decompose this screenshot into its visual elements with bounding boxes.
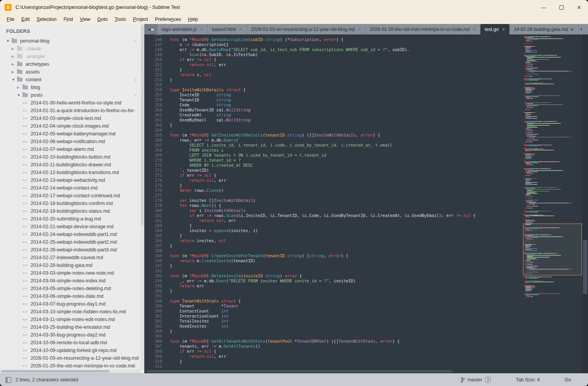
sidebar-hscroll-thumb[interactable] (1, 370, 109, 372)
sidebar-vertical-scrollbar[interactable] (140, 24, 144, 369)
code-line-307[interactable]: tenants, err := m.GetAllTenants() (170, 344, 475, 349)
tree-file-2014-02-03-simple-clock-text.md[interactable]: <>2014-02-03-simple-clock-text.md (0, 114, 144, 122)
tree-file-2014-03-10-simple-note-hidden-notes-fix.md[interactable]: <>2014-03-10-simple-note-hidden-notes-fi… (0, 308, 144, 316)
code-line-277[interactable] (170, 193, 475, 198)
code-line-295[interactable]: return err (170, 284, 475, 289)
code-line-246[interactable]: func (m *MainDB) GetSubscription(subID s… (170, 37, 475, 42)
code-line-301[interactable]: InteractionCount int (170, 314, 475, 319)
code-line-258[interactable]: TenantID string (170, 97, 475, 102)
chevron-right-icon[interactable]: ▶ (17, 85, 22, 89)
tree-folder-posts[interactable]: ▼posts○ (0, 91, 144, 99)
tree-file-2014-10-09-updating-forked-git-repo.md[interactable]: <>2014-10-09-updating-forked-git-repo.md (0, 347, 144, 354)
code-line-256[interactable]: type InviteWithDetails struct { (170, 87, 475, 92)
tree-folder-archetypes[interactable]: ▶archetypes (0, 60, 144, 68)
tree-file-2014-02-28-building-gaia.md[interactable]: <>2014-02-28-building-gaia.md (0, 261, 144, 269)
tree-file-2014-02-19-buildingblocks-status.md[interactable]: <>2014-02-19-buildingblocks-status.md (0, 207, 144, 215)
chevron-right-icon[interactable]: ▶ (12, 70, 17, 74)
menu-item-goto[interactable]: Goto (94, 16, 111, 23)
tree-file-2014-02-10-buildingblocks-button.md[interactable]: <>2014-02-10-buildingblocks-button.md (0, 153, 144, 161)
code-line-271[interactable]: ORDER BY i.created_at DESC (170, 163, 475, 168)
new-tab-button[interactable]: + (570, 26, 573, 32)
code-line-305[interactable] (170, 334, 475, 339)
menu-item-view[interactable]: View (76, 16, 94, 23)
code-line-304[interactable]: } (170, 329, 475, 334)
tree-file-2026-01-20-the-old-man-minimpa-in-vs-code.md[interactable]: <>2026-01-20-the-old-man-minimpa-in-vs-c… (0, 362, 144, 370)
tree-file-2014-02-17-webapi-contact-continued.md[interactable]: <>2014-02-17-webapi-contact-continued.md (0, 192, 144, 200)
code-line-306[interactable]: func (m *MainDB) GetAllTenantsWithStats(… (170, 339, 475, 344)
tree-file-2014-02-24-webapi-indexeddb-part1.md[interactable]: <>2014-02-24-webapi-indexeddb-part1.md (0, 231, 144, 238)
tree-file-2014-03-25-building-the-emulator.md[interactable]: <>2014-03-25-building-the-emulator.md (0, 323, 144, 331)
code-line-290[interactable]: return m.CreateInvite(tenantID) (170, 258, 475, 263)
code-line-294[interactable]: _, err := m.db.Exec("DELETE FROM invites… (170, 278, 475, 284)
menu-item-find[interactable]: Find (60, 16, 76, 23)
code-line-280[interactable]: var i InviteWithDetails (170, 208, 475, 213)
tree-folder-.claude[interactable]: ▶.claude (0, 45, 144, 53)
tab-size-status[interactable]: Tab Size: 4 (516, 377, 540, 383)
close-button[interactable]: ✕ (570, 0, 588, 15)
chevron-right-icon[interactable]: ▶ (12, 55, 17, 58)
tree-file-2014-02-26-webapi-indexeddb-part3.md[interactable]: <>2014-02-26-webapi-indexeddb-part3.md (0, 246, 144, 254)
code-line-303[interactable]: UsedInvites int (170, 324, 475, 329)
tab-baseof.html[interactable]: baseof.html× (208, 24, 247, 34)
code-line-245[interactable] (170, 34, 475, 37)
code-line-274[interactable]: return nil, err (170, 178, 475, 183)
code-line-289[interactable]: func (m *MainDB) CreateInviteForTenant(t… (170, 253, 475, 258)
code-line-270[interactable]: WHERE i.tenant_id = ? (170, 158, 475, 163)
chevron-right-icon[interactable]: ▶ (12, 62, 17, 66)
tree-file-2014-02-20-submitting-a-bug.md[interactable]: <>2014-02-20-submitting-a-bug.md (0, 215, 144, 223)
code-line-308[interactable]: if err != nil { (170, 349, 475, 354)
tree-file-2014-02-13-webapi-webactivity.md[interactable]: <>2014-02-13-webapi-webactivity.md (0, 176, 144, 184)
code-line-257[interactable]: InviteID string (170, 92, 475, 97)
code-line-263[interactable]: } (170, 123, 475, 128)
tree-file-2026-01-03-on-resurrecting-a-12-year-old-blog.md[interactable]: <>2026-01-03-on-resurrecting-a-12-year-o… (0, 354, 144, 362)
code-line-298[interactable]: type TenantWithStats struct { (170, 299, 475, 304)
tree-file-2014-02-05-webapi-batterymanager.md[interactable]: <>2014-02-05-webapi-batterymanager.md (0, 130, 144, 138)
code-line-291[interactable]: } (170, 263, 475, 268)
code-line-309[interactable]: return nil, err (170, 354, 475, 359)
tree-folder-assets[interactable]: ▶assets (0, 68, 144, 76)
code-line-276[interactable]: defer rows.Close() (170, 188, 475, 193)
tab-test.go[interactable]: test.go× (480, 24, 509, 34)
code-line-299[interactable]: Tenant *Tenant (170, 304, 475, 309)
menu-item-project[interactable]: Project (130, 16, 152, 23)
tree-file-2014-02-14-webapi-contact.md[interactable]: <>2014-02-14-webapi-contact.md (0, 184, 144, 192)
maximize-button[interactable] (552, 0, 570, 15)
code-line-288[interactable] (170, 248, 475, 253)
tab-overflow-button[interactable]: ▼ (579, 27, 583, 31)
code-line-296[interactable]: } (170, 289, 475, 294)
tree-file-2014-02-18-buildingblocks-confirm.md[interactable]: <>2014-02-18-buildingblocks-confirm.md (0, 200, 144, 207)
tree-file-2014-01-30-hello-world-firefox-os-style.md[interactable]: <>2014-01-30-hello-world-firefox-os-styl… (0, 99, 144, 107)
tree-file-2014-02-12-buildingblocks-transitions.md[interactable]: <>2014-02-12-buildingblocks-transitions.… (0, 169, 144, 176)
code-line-265[interactable]: func (m *MainDB) GetInvitesWithDetails(t… (170, 133, 475, 138)
tree-file-2014-02-04-simple-clock-images.md[interactable]: <>2014-02-04-simple-clock-images.md (0, 122, 144, 130)
code-line-286[interactable]: return invites, nil (170, 238, 475, 243)
tree-file-2014-03-05-simple-notes-deleting.md[interactable]: <>2014-03-05-simple-notes-deleting.md (0, 285, 144, 292)
menu-item-preferences[interactable]: Preferences (152, 16, 185, 23)
code-line-273[interactable]: if err != nil { (170, 173, 475, 178)
chevron-down-icon[interactable]: ▼ (6, 39, 12, 43)
menu-item-tools[interactable]: Tools (111, 16, 129, 23)
code-line-247[interactable]: s := &Subscription{} (170, 42, 475, 47)
tree-file-2014-02-07-webapi-alarm.md[interactable]: <>2014-02-07-webapi-alarm.md (0, 145, 144, 153)
tree-file-2014-02-25-webapi-indexeddb-part2.md[interactable]: <>2014-02-25-webapi-indexeddb-part2.md (0, 238, 144, 246)
code-text[interactable]: func (m *MainDB) GetSubscription(subID s… (162, 34, 475, 369)
code-line-283[interactable]: } (170, 223, 475, 228)
tab-logo-animation.js[interactable]: logo-animation.js× (157, 24, 208, 34)
code-line-261[interactable]: CreatedAt string (170, 113, 475, 118)
code-line-282[interactable]: return nil, err (170, 218, 475, 223)
tree-file-2014-02-21-webapi-device-storage.md[interactable]: <>2014-02-21-webapi-device-storage.md (0, 223, 144, 231)
tree-file-2014-02-27-indexeddb-caveat.md[interactable]: <>2014-02-27-indexeddb-caveat.md (0, 254, 144, 261)
tab-close-icon[interactable]: × (473, 27, 476, 32)
tree-file-2014-03-04-simple-notes-index.md[interactable]: <>2014-03-04-simple-notes-index.md (0, 277, 144, 285)
code-line-278[interactable]: var invites []InviteWithDetails (170, 198, 475, 203)
code-line-287[interactable]: } (170, 243, 475, 248)
minimize-button[interactable]: — (535, 0, 552, 15)
line-number-gutter[interactable]: 2452462472482492502512522532542552562572… (144, 34, 162, 369)
editor-hscroll-thumb[interactable] (147, 370, 452, 372)
tab-scroll-arrows[interactable]: ◀ ▶ (144, 24, 157, 34)
sidebar-horizontal-scrollbar[interactable] (0, 369, 140, 373)
editor-vscroll-thumb[interactable] (583, 240, 587, 294)
code-line-255[interactable] (170, 82, 475, 87)
tree-folder-content[interactable]: ▼content○ (0, 76, 144, 84)
code-line-252[interactable]: } (170, 67, 475, 72)
